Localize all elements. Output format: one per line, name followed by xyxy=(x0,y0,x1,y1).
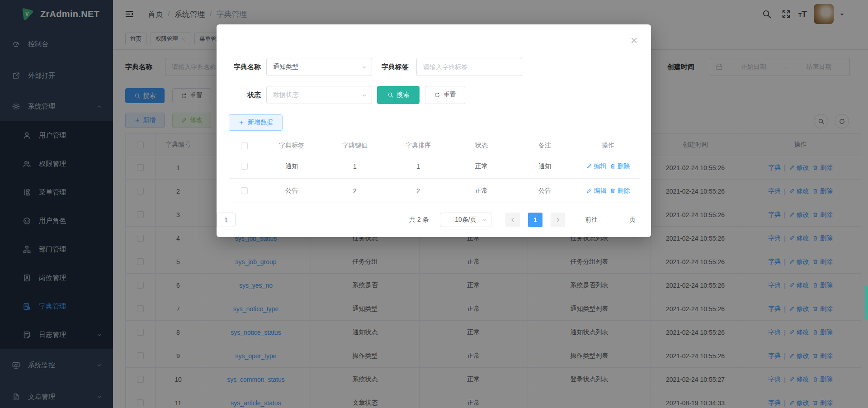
modal-status-select[interactable]: 数据状态 xyxy=(266,86,372,104)
modal-row-edit-link[interactable]: 编辑 xyxy=(586,162,607,171)
modal-search-label: 搜索 xyxy=(397,91,410,99)
modal-table-header-cell: 操作 xyxy=(576,138,640,154)
modal-dict-name-label: 字典名称 xyxy=(221,58,261,76)
next-page-button[interactable] xyxy=(551,213,565,227)
trash-icon xyxy=(610,163,616,169)
refresh-icon xyxy=(434,92,440,98)
dict-data-modal: 字典名称 通知类型 字典标签 状态 数据状态 搜索 重置 新增数据 字典标签字典… xyxy=(217,24,651,237)
cell-dict-value: 1 xyxy=(323,154,387,179)
chevron-down-icon xyxy=(361,64,368,71)
modal-table-header-cell: 字典键值 xyxy=(323,138,387,154)
trash-icon xyxy=(610,188,616,194)
cell-dict-label: 公告 xyxy=(260,179,323,203)
cell-remark: 通知 xyxy=(513,154,576,179)
pencil-icon xyxy=(586,188,592,194)
chevron-right-icon xyxy=(555,217,561,223)
modal-row-edit-link[interactable]: 编辑 xyxy=(586,187,607,195)
page-size-value: 10条/页 xyxy=(455,216,476,224)
pencil-icon xyxy=(586,163,592,169)
page-size-select[interactable]: 10条/页 xyxy=(440,213,491,227)
cell-status: 正常 xyxy=(450,179,513,203)
prev-page-button[interactable] xyxy=(505,213,520,227)
search-icon xyxy=(387,92,394,98)
scrollbar-thumb[interactable] xyxy=(865,286,868,319)
modal-reset-button[interactable]: 重置 xyxy=(425,86,465,104)
goto-page-suffix: 页 xyxy=(629,213,636,227)
cell-remark: 公告 xyxy=(513,179,576,203)
modal-row-checkbox[interactable] xyxy=(241,163,248,170)
modal-table-header-cell: 备注 xyxy=(513,138,576,154)
modal-table-row: 通知11正常通知编辑删除 xyxy=(229,154,640,179)
app-screen: V ZrAdmin.NET 控制台外部打开系统管理用户管理权限管理菜单管理用户角… xyxy=(0,0,868,408)
modal-add-data-label: 新增数据 xyxy=(248,119,273,127)
cell-dict-value: 2 xyxy=(323,179,387,203)
close-icon[interactable] xyxy=(630,37,638,44)
plus-icon xyxy=(238,119,245,126)
cell-status: 正常 xyxy=(450,154,513,179)
modal-row-delete-link[interactable]: 删除 xyxy=(610,187,630,195)
dict-data-table: 字典标签字典键值字典排序状态备注操作通知11正常通知编辑删除公告22正常公告编辑… xyxy=(229,138,640,203)
modal-table-header-cell: 字典排序 xyxy=(387,138,450,154)
modal-pagination: 共 2 条 10条/页 1 前往 页 xyxy=(217,213,651,227)
modal-table-header-cell: 字典标签 xyxy=(260,138,323,154)
modal-dict-label-label: 字典标签 xyxy=(376,58,409,76)
modal-dict-name-value: 通知类型 xyxy=(273,63,298,71)
modal-table-header-row: 字典标签字典键值字典排序状态备注操作 xyxy=(229,138,640,154)
modal-add-data-button[interactable]: 新增数据 xyxy=(229,114,283,131)
modal-status-label: 状态 xyxy=(221,86,261,104)
pagination-total: 共 2 条 xyxy=(409,213,429,227)
modal-dict-name-select[interactable]: 通知类型 xyxy=(266,58,372,76)
modal-search-button[interactable]: 搜索 xyxy=(377,86,420,104)
chevron-down-icon xyxy=(361,92,368,99)
modal-row-delete-link[interactable]: 删除 xyxy=(610,162,630,171)
goto-page-label: 前往 xyxy=(585,213,598,227)
modal-table-header-cell: 状态 xyxy=(450,138,513,154)
modal-select-all-checkbox[interactable] xyxy=(241,142,248,149)
modal-dict-label-input[interactable] xyxy=(416,58,522,76)
goto-page-input[interactable] xyxy=(217,213,236,227)
chevron-down-icon xyxy=(481,217,487,223)
cell-dict-label: 通知 xyxy=(260,154,323,179)
modal-reset-label: 重置 xyxy=(443,91,456,99)
cell-dict-sort: 1 xyxy=(387,154,450,179)
chevron-left-icon xyxy=(510,217,515,223)
modal-table-row: 公告22正常公告编辑删除 xyxy=(229,179,640,203)
modal-row-checkbox[interactable] xyxy=(241,187,248,194)
cell-dict-sort: 2 xyxy=(387,179,450,203)
modal-status-placeholder: 数据状态 xyxy=(273,91,298,99)
page-number-button[interactable]: 1 xyxy=(528,213,542,227)
